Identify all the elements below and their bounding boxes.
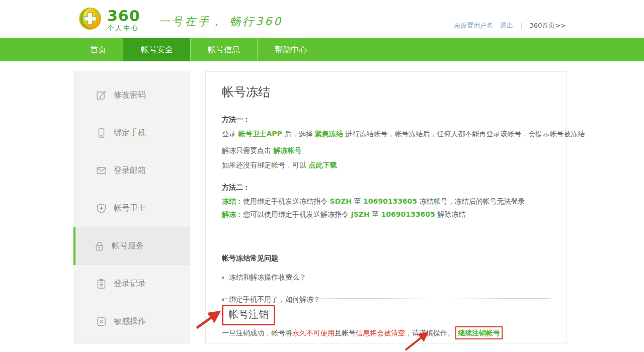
text: 如果还没有绑定帐号，可以: [222, 161, 308, 169]
nav-item-account-info[interactable]: 帐号信息: [190, 38, 257, 61]
sidebar-item-login-email[interactable]: 登录邮箱: [73, 152, 190, 190]
sidebar-item-account-guard[interactable]: 帐号卫士: [73, 190, 190, 227]
text: 至: [352, 197, 363, 205]
sidebar-item-label: 绑定手机: [114, 128, 146, 138]
sidebar-item-label: 登录记录: [114, 279, 146, 289]
text: 进行冻结帐号，帐号冻结后，任何人都不能再登录该帐号，会提示帐号被冻结: [343, 130, 585, 138]
sidebar-item-login-history[interactable]: 登录记录: [73, 265, 190, 303]
nav-item-help-center[interactable]: 帮助中心: [257, 38, 324, 61]
bullet-icon: [222, 277, 224, 279]
cancel-section: 帐号注销: [222, 305, 551, 325]
logo-brand: 360: [107, 9, 140, 24]
sidebar-item-label: 登录邮箱: [114, 165, 146, 176]
continue-cancel-account-link[interactable]: 继续注销帐号: [458, 329, 500, 337]
page: 360 个人中心 一号在手， 畅行360 未设置用户名 退出 | 360首页>>…: [0, 0, 644, 352]
text: 登录: [222, 130, 238, 138]
logo-sub: 个人中心: [107, 25, 140, 31]
text: 一旦注销成功，帐号将: [222, 329, 292, 337]
unfreeze-account-link[interactable]: 解冻帐号: [273, 146, 301, 154]
nav-item-home[interactable]: 首页: [73, 38, 123, 61]
cancel-title: 帐号注销: [228, 308, 269, 320]
text: 至: [370, 210, 381, 218]
highlight-box-continue-link: 继续注销帐号: [455, 326, 503, 339]
method2-freeze-line: 冻结：使用绑定手机发送冻结指令 SDZH 至 10690133605 冻结帐号，…: [222, 196, 551, 206]
text: 解除冻结: [435, 210, 465, 218]
unfreeze-label: 解冻：: [222, 210, 243, 218]
text: 您可以使用绑定手机发送解冻指令: [243, 210, 351, 218]
method1-line3: 如果还没有绑定帐号，可以 点此下载: [222, 160, 551, 170]
freeze-number: 10690133605: [363, 197, 417, 205]
method2-unfreeze-line: 解冻：您可以使用绑定手机发送解冻指令 JSZH 至 10690133605 解除…: [222, 209, 551, 219]
sidebar-item-change-password[interactable]: 修改密码: [73, 76, 190, 114]
unfreeze-number: 10690133605: [381, 210, 435, 218]
360-ball-icon: [77, 6, 103, 34]
faq-item[interactable]: 绑定手机不用了，如何解冻？: [222, 295, 551, 304]
sidebar-item-sensitive-ops[interactable]: 敏感操作: [73, 303, 190, 340]
bullet-icon: [222, 299, 224, 301]
page-title: 帐号冻结: [222, 84, 551, 100]
main-nav: 首页 帐号安全 帐号信息 帮助中心: [0, 38, 644, 61]
text: 冻结帐号，冻结后的帐号无法登录: [417, 197, 525, 205]
logo[interactable]: 360 个人中心: [77, 6, 140, 34]
text: ，请谨慎操作。: [405, 329, 454, 337]
sidebar-item-label: 帐号卫士: [114, 203, 146, 214]
clipboard-icon: [96, 278, 107, 290]
sidebar-item-label: 修改密码: [114, 90, 146, 101]
method1-line1: 登录 帐号卫士APP 后，选择 紧急冻结 进行冻结帐号，帐号冻结后，任何人都不能…: [222, 129, 551, 139]
highlight-box-cancel-title: 帐号注销: [222, 305, 275, 325]
warning-text-2: 信息将会被清空: [356, 329, 405, 337]
warning-text-1: 永久不可使用: [292, 329, 335, 337]
download-here-link[interactable]: 点此下载: [308, 161, 337, 169]
nav-item-account-security[interactable]: 帐号安全: [123, 38, 190, 61]
logo-text: 360 个人中心: [107, 9, 140, 31]
username-link[interactable]: 未设置用户名: [454, 21, 493, 30]
faq-item-label: 冻结和解冻操作收费么？: [229, 273, 306, 282]
x-square-icon: [96, 316, 107, 327]
shield-icon: [96, 203, 107, 214]
sidebar: 修改密码 绑定手机 登录邮箱 帐号卫士 帐号服务: [73, 71, 190, 344]
freeze-label: 冻结：: [222, 197, 243, 205]
sidebar-item-bind-phone[interactable]: 绑定手机: [73, 114, 190, 152]
faq-item-label: 绑定手机不用了，如何解冻？: [229, 295, 320, 304]
logout-link[interactable]: 退出: [500, 21, 513, 30]
sidebar-item-label: 敏感操作: [114, 316, 146, 327]
home-link[interactable]: 360首页>>: [529, 21, 566, 30]
faq-item[interactable]: 冻结和解冻操作收费么？: [222, 273, 551, 282]
emergency-freeze-link[interactable]: 紧急冻结: [315, 130, 343, 138]
sidebar-item-account-service[interactable]: 帐号服务: [73, 227, 190, 265]
slogan: 一号在手， 畅行360: [158, 14, 283, 29]
mail-icon: [96, 165, 107, 177]
edit-icon: [96, 90, 107, 101]
account-guard-app-link[interactable]: 帐号卫士APP: [238, 130, 282, 138]
freeze-code: SDZH: [330, 197, 352, 205]
unfreeze-code: JSZH: [351, 210, 369, 218]
text: 解冻只需要点击: [222, 146, 273, 154]
dotted-separator: [222, 298, 551, 299]
header: 360 个人中心 一号在手， 畅行360 未设置用户名 退出 | 360首页>>: [0, 0, 644, 38]
method1-heading: 方法一：: [222, 115, 551, 124]
text: 后，选择: [282, 130, 315, 138]
lock-icon: [94, 240, 105, 252]
cancel-warning-line: 一旦注销成功，帐号将永久不可使用且帐号信息将会被清空，请谨慎操作。继续注销帐号: [222, 326, 551, 339]
text: 使用绑定手机发送冻结指令: [243, 197, 330, 205]
method2-heading: 方法二：: [222, 183, 551, 192]
phone-icon: [96, 127, 107, 139]
content-panel: 帐号冻结 方法一： 登录 帐号卫士APP 后，选择 紧急冻结 进行冻结帐号，帐号…: [205, 71, 567, 343]
header-separator: |: [520, 22, 522, 30]
method1-line2: 解冻只需要点击 解冻帐号: [222, 145, 551, 155]
header-links: 未设置用户名 退出 | 360首页>>: [454, 21, 566, 30]
text: 且帐号: [335, 329, 356, 337]
sidebar-item-label: 帐号服务: [112, 241, 144, 251]
faq-heading: 帐号冻结常见问题: [222, 254, 551, 263]
